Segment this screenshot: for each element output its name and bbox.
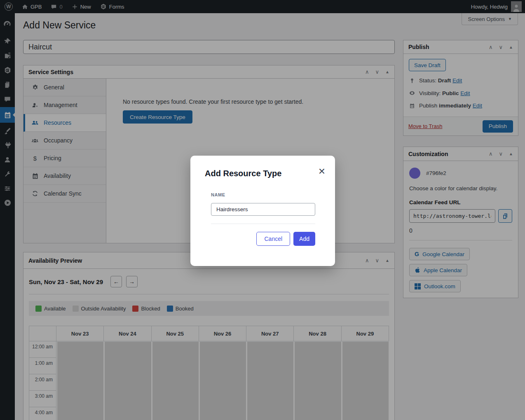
modal-title: Add Resource Type (205, 169, 281, 178)
add-resource-type-modal: Add Resource Type × NAME Cancel Add (190, 156, 335, 266)
cancel-button[interactable]: Cancel (256, 232, 290, 246)
close-icon[interactable]: × (319, 166, 325, 177)
name-field-label: NAME (211, 192, 225, 197)
resource-type-name-input[interactable] (211, 203, 315, 216)
divider (211, 224, 315, 224)
add-button[interactable]: Add (293, 232, 315, 246)
